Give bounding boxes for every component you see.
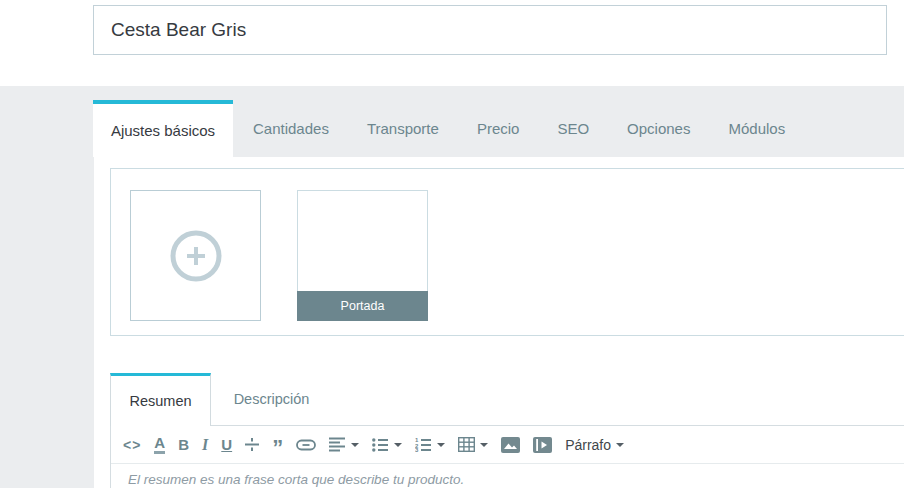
strikethrough-icon [245,437,259,452]
unordered-list-icon [372,438,389,452]
tab-resumen[interactable]: Resumen [110,373,211,426]
tab-bar: Cantidades Transporte Precio SEO Opcione… [253,100,785,157]
tab-cantidades[interactable]: Cantidades [253,120,329,137]
source-code-button[interactable]: <> [123,433,141,457]
blockquote-button[interactable]: ” [272,433,283,457]
insert-image-icon [501,437,520,453]
ordered-list-icon: 123 [415,437,432,452]
product-images-panel: Portada [110,168,904,336]
tab-precio[interactable]: Precio [477,120,520,137]
align-left-icon [329,437,346,452]
ordered-list-dropdown-button[interactable]: 123 [415,433,445,457]
unordered-list-dropdown-button[interactable] [372,433,402,457]
rich-text-editor: <> A B I U [110,425,904,488]
bold-button[interactable]: B [178,433,189,457]
italic-button[interactable]: I [202,433,208,457]
editor-content-area[interactable]: El resumen es una frase corta que descri… [111,464,904,487]
cover-badge: Portada [297,291,428,321]
text-color-icon: A [154,435,165,454]
add-image-dropzone[interactable] [130,190,261,321]
source-code-icon: <> [123,438,141,452]
editor-placeholder-text: El resumen es una frase corta que descri… [128,472,904,487]
paragraph-format-dropdown[interactable]: Párrafo [565,433,624,457]
insert-media-button[interactable] [533,433,552,457]
underline-button[interactable]: U [221,433,232,457]
underline-icon: U [221,437,232,452]
plus-circle-icon [170,230,222,282]
table-dropdown-button[interactable] [458,433,488,457]
tab-transporte[interactable]: Transporte [367,120,439,137]
tab-descripcion[interactable]: Descripción [211,373,332,425]
align-dropdown-button[interactable] [329,433,359,457]
svg-text:3: 3 [415,447,419,452]
product-image-thumbnail[interactable]: Portada [297,190,428,321]
product-edit-page: Ajustes básicos Cantidades Transporte Pr… [0,0,904,488]
tab-seo[interactable]: SEO [557,120,589,137]
header [0,0,904,86]
chevron-down-icon [616,443,624,447]
italic-icon: I [202,437,208,453]
table-icon [458,437,475,452]
tab-label: Ajustes básicos [111,122,215,139]
tab-opciones[interactable]: Opciones [627,120,690,137]
chevron-down-icon [480,443,488,447]
blockquote-icon: ” [272,444,283,453]
subtab-label: Resumen [129,393,191,409]
link-button[interactable] [296,433,316,457]
link-icon [296,439,316,451]
product-name-input[interactable] [93,5,887,55]
insert-image-button[interactable] [501,433,520,457]
chevron-down-icon [437,443,445,447]
text-color-button[interactable]: A [154,433,165,457]
bold-icon: B [178,437,189,452]
subtab-label: Descripción [234,391,310,407]
paragraph-format-label: Párrafo [565,437,611,453]
chevron-down-icon [351,443,359,447]
insert-media-icon [533,437,552,453]
tab-modulos[interactable]: Módulos [728,120,785,137]
chevron-down-icon [394,443,402,447]
strikethrough-button[interactable] [245,433,259,457]
editor-toolbar: <> A B I U [111,426,904,464]
tab-ajustes-basicos[interactable]: Ajustes básicos [93,100,233,157]
